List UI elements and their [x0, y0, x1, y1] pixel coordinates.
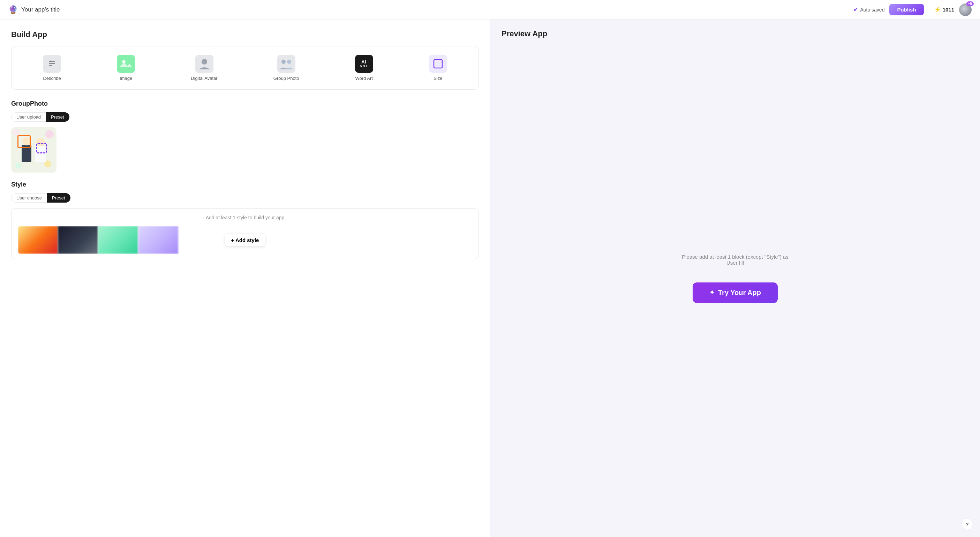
auto-saved-status: ✔ Auto saved [853, 6, 885, 13]
group-photo-preset-tab[interactable]: Preset [46, 112, 69, 122]
header-right: ✔ Auto saved Publish ⚡ 1011 +5 [853, 3, 972, 16]
help-button[interactable]: ? [961, 518, 973, 530]
svg-point-7 [202, 59, 207, 65]
style-thumb-4 [138, 226, 178, 254]
block-item-word-art[interactable]: AI ART Word Art [352, 52, 377, 83]
style-thumb-1 [18, 226, 58, 254]
style-thumb-3 [98, 226, 138, 254]
group-photo-toggle-row: User upload Preset [11, 112, 479, 122]
logo-icon: 🔮 [8, 5, 18, 14]
avatar-badge: +5 [966, 2, 974, 6]
preview-title: Preview App [501, 29, 547, 38]
style-card: Add at least 1 style to build your app +… [11, 208, 479, 259]
svg-rect-8 [277, 55, 295, 73]
group-photo-label: Group Photo [274, 76, 299, 81]
face-indicator-2 [36, 143, 47, 153]
size-label: Size [433, 76, 442, 81]
check-icon: ✔ [853, 6, 858, 13]
image-icon-wrap [117, 55, 135, 73]
wedding-photo-bg [11, 127, 57, 173]
svg-rect-4 [117, 55, 135, 73]
try-icon: ✦ [710, 289, 714, 296]
group-photo-icon [277, 55, 295, 73]
credits-value: 1011 [943, 6, 954, 13]
main-layout: Build App Describe [0, 19, 980, 537]
group-photo-section-title: GroupPhoto [11, 100, 479, 107]
try-app-label: Try Your App [718, 289, 761, 297]
style-user-choose-tab[interactable]: User choose [11, 193, 47, 203]
block-picker: Describe Image [11, 46, 479, 90]
svg-rect-1 [49, 63, 55, 64]
svg-point-10 [287, 60, 291, 64]
left-panel: Build App Describe [0, 19, 490, 537]
describe-icon-wrap [43, 55, 61, 73]
style-section-title: Style [11, 181, 479, 188]
group-photo-section: GroupPhoto User upload Preset [11, 100, 479, 173]
preview-message: Please add at least 1 block (except "Sty… [679, 254, 791, 266]
digital-avatar-label: Digital Avatar [191, 76, 217, 81]
size-icon [433, 59, 443, 69]
face-indicator-1 [18, 135, 31, 148]
build-title: Build App [11, 30, 479, 39]
describe-icon [47, 59, 57, 69]
svg-rect-2 [49, 65, 52, 66]
word-art-icon-wrap: AI ART [355, 55, 373, 73]
auto-saved-label: Auto saved [860, 7, 885, 13]
svg-rect-12 [436, 61, 441, 66]
digital-avatar-icon-wrap [195, 55, 213, 73]
header-divider [929, 5, 929, 15]
digital-avatar-icon [195, 55, 213, 73]
word-art-art-text: ART [360, 65, 368, 68]
avatar-wrap: +5 [959, 3, 972, 16]
group-photo-user-upload-tab[interactable]: User upload [11, 112, 46, 122]
style-toggle-row: User choose Preset [11, 193, 479, 203]
style-preset-tab[interactable]: Preset [47, 193, 70, 203]
wedding-photo-svg [11, 127, 57, 173]
word-art-ai-text: AI [361, 60, 366, 65]
block-item-image[interactable]: Image [113, 52, 138, 83]
svg-point-15 [45, 130, 54, 138]
app-title: Your app's title [21, 6, 60, 13]
header: 🔮 Your app's title ✔ Auto saved Publish … [0, 0, 980, 19]
svg-rect-3 [51, 60, 51, 62]
svg-point-16 [15, 163, 21, 168]
image-icon [117, 55, 135, 73]
bolt-icon: ⚡ [934, 6, 941, 13]
publish-button[interactable]: Publish [889, 4, 923, 15]
add-style-button[interactable]: + Add style [225, 234, 266, 246]
image-label: Image [119, 76, 132, 81]
svg-point-9 [282, 60, 286, 64]
size-icon-wrap [429, 55, 447, 73]
right-panel: Preview App Please add at least 1 block … [490, 19, 980, 537]
style-section: Style User choose Preset Add at least 1 … [11, 181, 479, 259]
style-placeholder: Add at least 1 style to build your app [18, 215, 472, 220]
svg-rect-0 [49, 61, 55, 62]
word-art-label: Word Art [355, 76, 373, 81]
credits-display: ⚡ 1011 [934, 6, 954, 13]
block-item-size[interactable]: Size [425, 52, 450, 83]
block-item-digital-avatar[interactable]: Digital Avatar [187, 52, 221, 83]
block-item-group-photo[interactable]: Group Photo [270, 52, 303, 83]
group-photo-icon-wrap [277, 55, 295, 73]
style-thumbnails-container: + Add style [18, 226, 472, 254]
try-your-app-button[interactable]: ✦ Try Your App [693, 283, 778, 303]
style-thumb-2 [58, 226, 98, 254]
group-photo-preset-image [11, 127, 57, 173]
header-left: 🔮 Your app's title [8, 5, 60, 14]
block-item-describe[interactable]: Describe [40, 52, 65, 83]
describe-label: Describe [43, 76, 61, 81]
